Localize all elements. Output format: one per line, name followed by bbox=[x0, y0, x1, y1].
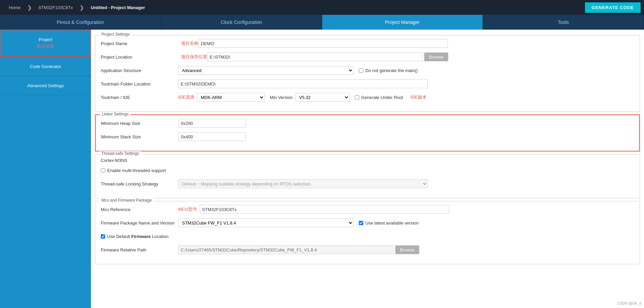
enable-threaded-group: Enable multi-threaded support bbox=[101, 168, 166, 173]
app-structure-label: Application Structure bbox=[101, 68, 178, 73]
generate-root-group: Generate Under Root IDE版本 bbox=[355, 94, 427, 100]
fw-path-row: Firmware Relative Path Browse bbox=[101, 245, 634, 254]
linker-settings-label: Linker Settings bbox=[100, 112, 130, 116]
mcu-ref-cn: MCU型号 bbox=[178, 206, 197, 212]
cortex-label: Cortex-M3NS bbox=[101, 158, 634, 163]
linker-settings-section: Linker Settings Minimum Heap Size Minimu… bbox=[95, 114, 640, 151]
toolchain-folder-label: Toolchain Folder Location bbox=[101, 81, 178, 87]
breadcrumb: Home ❯ STM32F103C8Tx ❯ Untitled - Projec… bbox=[3, 2, 150, 13]
generate-root-label: Generate Under Root bbox=[361, 95, 403, 100]
project-settings-label: Project Settings bbox=[99, 32, 132, 37]
heap-size-input[interactable] bbox=[179, 119, 246, 128]
main-content: Project Settings Project Name 项目名称 Proje… bbox=[91, 30, 644, 308]
fw-pkg-row: Firmware Package Name and Version STM32C… bbox=[101, 218, 634, 228]
project-name-label: Project Name bbox=[101, 41, 178, 46]
toolchain-ide-cn: IDE选择 bbox=[178, 94, 194, 100]
tab-tools[interactable]: Tools bbox=[483, 15, 644, 30]
toolchain-ide-select[interactable]: MDK-ARM EWARM STM32CubeIDE bbox=[197, 93, 265, 102]
fw-path-input[interactable] bbox=[178, 245, 394, 254]
project-location-row: Project Location 项目保存位置 Browse bbox=[101, 52, 634, 62]
sidebar-advanced-settings-label: Advanced Settings bbox=[3, 83, 88, 88]
mcu-firmware-section: Mcu and Firmware Package Mcu Reference M… bbox=[95, 201, 640, 264]
breadcrumb-arrow-1: ❯ bbox=[27, 4, 32, 11]
project-location-cn: 项目保存位置 bbox=[181, 54, 207, 60]
thread-safe-label: Thread-safe Settings bbox=[99, 151, 141, 156]
use-default-fw-bold: Firmware bbox=[131, 234, 151, 239]
enable-threaded-label: Enable multi-threaded support bbox=[107, 168, 166, 173]
no-main-group: Do not generate the main() bbox=[359, 68, 418, 73]
project-name-row: Project Name 项目名称 bbox=[101, 39, 634, 48]
use-default-fw-label: Use Default Firmware Location bbox=[107, 234, 168, 239]
use-default-fw-checkbox[interactable] bbox=[101, 234, 105, 239]
enable-threaded-checkbox[interactable] bbox=[101, 168, 105, 173]
main-tabs: Pinout & Configuration Clock Configurati… bbox=[0, 15, 644, 30]
project-settings-section: Project Settings Project Name 项目名称 Proje… bbox=[95, 35, 640, 112]
tab-clock[interactable]: Clock Configuration bbox=[161, 15, 322, 30]
no-main-checkbox[interactable] bbox=[359, 68, 363, 73]
sidebar-item-advanced-settings[interactable]: Advanced Settings bbox=[0, 76, 91, 95]
sidebar-project-label: Project bbox=[4, 37, 87, 42]
tab-project-manager[interactable]: Project Manager bbox=[322, 15, 483, 30]
stack-size-label: Minimum Stack Size bbox=[101, 134, 179, 139]
fw-path-label: Firmware Relative Path bbox=[101, 247, 178, 252]
app-structure-row: Application Structure Advanced Basic Do … bbox=[101, 66, 634, 75]
mcu-firmware-label: Mcu and Firmware Package bbox=[99, 198, 154, 203]
tab-pinout[interactable]: Pinout & Configuration bbox=[0, 15, 161, 30]
mcu-ref-input[interactable] bbox=[200, 205, 449, 214]
breadcrumb-home[interactable]: Home bbox=[3, 2, 26, 13]
use-latest-group: Use latest available version bbox=[359, 220, 419, 226]
watermark: CSDN @Dir_d bbox=[617, 301, 641, 305]
min-version-label: Min Version bbox=[270, 95, 293, 100]
sidebar-code-generator-label: Code Generator bbox=[3, 64, 88, 69]
toolchain-folder-input[interactable] bbox=[178, 79, 428, 88]
breadcrumb-title[interactable]: Untitled - Project Manager bbox=[85, 2, 150, 13]
breadcrumb-arrow-2: ❯ bbox=[80, 4, 84, 11]
mcu-ref-label: Mcu Reference bbox=[101, 207, 178, 212]
locking-strategy-row: Thread-safe Locking Strategy Default − M… bbox=[101, 179, 634, 189]
no-main-label: Do not generate the main() bbox=[365, 68, 418, 73]
project-location-label: Project Location bbox=[101, 55, 178, 60]
mcu-ref-row: Mcu Reference MCU型号 bbox=[101, 205, 634, 214]
use-default-fw-row: Use Default Firmware Location bbox=[101, 232, 634, 241]
fw-path-browse-button[interactable]: Browse bbox=[395, 245, 419, 254]
use-latest-label: Use latest available version bbox=[365, 220, 419, 226]
project-name-cn: 项目名称 bbox=[181, 40, 198, 46]
project-location-input[interactable] bbox=[207, 53, 423, 61]
fw-pkg-select[interactable]: STM32Cube FW_F1 V1.8.4 bbox=[178, 218, 354, 227]
project-name-input[interactable] bbox=[198, 39, 448, 48]
toolchain-ide-label: Toolchain / IDE bbox=[101, 95, 178, 100]
stack-size-row: Minimum Stack Size bbox=[101, 132, 634, 141]
heap-size-row: Minimum Heap Size bbox=[101, 118, 634, 128]
sidebar-item-code-generator[interactable]: Code Generator bbox=[0, 57, 91, 76]
sidebar-project-label-cn: 项目设置 bbox=[4, 43, 87, 49]
sidebar: Project 项目设置 Code Generator Advanced Set… bbox=[0, 30, 91, 308]
generate-code-button[interactable]: GENERATE CODE bbox=[585, 2, 641, 13]
breadcrumb-chip[interactable]: STM32F103C8Tx bbox=[33, 2, 79, 13]
locking-strategy-select[interactable]: Default − Mapping suitable strategy depe… bbox=[178, 179, 428, 188]
use-latest-checkbox[interactable] bbox=[359, 221, 363, 225]
toolchain-folder-row: Toolchain Folder Location bbox=[101, 79, 634, 89]
min-version-select[interactable]: V5.32 V5.30 bbox=[296, 93, 349, 102]
thread-safe-section: Thread-safe Settings Cortex-M3NS Enable … bbox=[95, 154, 640, 198]
heap-size-label: Minimum Heap Size bbox=[101, 121, 179, 126]
locking-strategy-label: Thread-safe Locking Strategy bbox=[101, 181, 178, 186]
sidebar-item-project[interactable]: Project 项目设置 bbox=[0, 30, 91, 57]
project-location-browse-button[interactable]: Browse bbox=[424, 53, 448, 61]
enable-threaded-row: Enable multi-threaded support bbox=[101, 166, 634, 175]
layout: Project 项目设置 Code Generator Advanced Set… bbox=[0, 30, 644, 308]
app-structure-select[interactable]: Advanced Basic bbox=[178, 66, 354, 75]
fw-pkg-label: Firmware Package Name and Version bbox=[101, 220, 178, 226]
top-nav: Home ❯ STM32F103C8Tx ❯ Untitled - Projec… bbox=[0, 0, 644, 15]
generate-root-checkbox[interactable] bbox=[355, 95, 359, 100]
toolchain-ide-row: Toolchain / IDE IDE选择 MDK-ARM EWARM STM3… bbox=[101, 93, 634, 102]
stack-size-input[interactable] bbox=[179, 132, 246, 141]
use-default-fw-group: Use Default Firmware Location bbox=[101, 234, 168, 239]
ide-version-cn: IDE版本 bbox=[410, 94, 427, 100]
